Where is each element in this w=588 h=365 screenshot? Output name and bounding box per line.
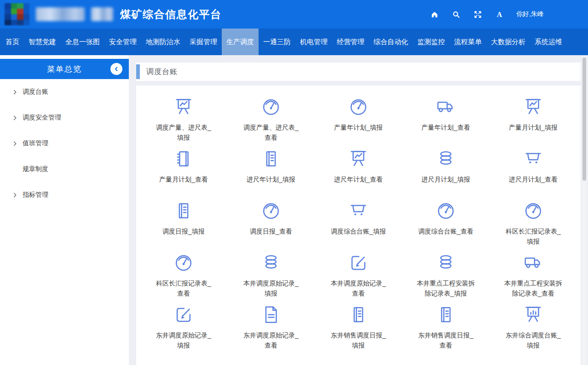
menu-card[interactable]: 进尺月计划_填报: [402, 148, 490, 200]
menu-card[interactable]: 进尺年计划_填报: [227, 148, 315, 200]
menu-card[interactable]: 本井重点工程安装拆 除记录表_填报: [402, 252, 490, 304]
database-icon: [260, 252, 282, 274]
menu-card[interactable]: 东井综合调度台账_ 填报: [490, 304, 577, 356]
page-header: 调度台账: [136, 63, 581, 81]
menu-card-label: 进尺年计划_查看: [334, 175, 383, 185]
edit-icon: [173, 304, 194, 325]
gauge-icon: [260, 200, 282, 222]
sidebar-item[interactable]: 值班管理: [0, 131, 129, 156]
nav-tab[interactable]: 一通三防: [259, 29, 295, 55]
notebook-icon: [173, 148, 194, 170]
app-window: 煤矿综合信息化平台 A 你好,朱峰 首页智慧党建全息一张图安全: [0, 0, 588, 365]
menu-card[interactable]: 东井调度原始记录_ 填报: [140, 304, 227, 356]
menu-card[interactable]: 科区长汇报记录表_ 查看: [140, 252, 227, 304]
nav-tab[interactable]: 综合自动化: [369, 29, 413, 55]
nav-tab[interactable]: 安全管理: [104, 29, 141, 55]
menu-card-label: 科区长汇报记录表_ 填报: [506, 227, 561, 246]
menu-card[interactable]: 本井调度原始记录_ 填报: [227, 252, 315, 304]
nav-tab[interactable]: 智慧党建: [24, 29, 61, 55]
menu-card[interactable]: 调度日报_填报: [140, 200, 227, 252]
chevron-right-icon: [12, 89, 19, 96]
database-icon: [435, 148, 456, 170]
board-line-icon: [523, 97, 544, 118]
scrollbar-thumb[interactable]: [582, 57, 586, 181]
blurred-text-block: [36, 7, 85, 21]
menu-card[interactable]: 本井调度原始记录_ 查看: [315, 252, 402, 304]
header-actions: A 你好,朱峰: [430, 10, 544, 19]
font-size-icon[interactable]: A: [495, 10, 504, 19]
menu-card[interactable]: 调度综合台账_填报: [315, 200, 402, 252]
sidebar-item-label: 规章制度: [23, 165, 48, 173]
home-icon[interactable]: [430, 10, 439, 19]
menu-card-label: 进尺年计划_填报: [247, 175, 295, 185]
scrollbar-track[interactable]: [582, 55, 587, 365]
sidebar-title: 菜单总览: [47, 64, 82, 74]
nav-tab[interactable]: 经营管理: [332, 29, 369, 55]
menu-card[interactable]: 进尺年计划_查看: [315, 148, 402, 200]
gauge-icon: [260, 97, 282, 118]
user-greeting[interactable]: 你好,朱峰: [516, 10, 544, 18]
edit-icon: [348, 252, 369, 274]
sidebar-item[interactable]: 调度台账: [0, 79, 129, 105]
book-lines-icon: [260, 148, 282, 170]
gauge-icon: [435, 200, 456, 222]
menu-card[interactable]: 调度日报_查看: [227, 200, 315, 252]
book-lines-icon: [348, 304, 369, 325]
menu-card[interactable]: 东井销售调度日报_ 查看: [402, 304, 490, 356]
book-lines-icon: [173, 200, 194, 222]
menu-card-label: 本井调度原始记录_ 填报: [243, 279, 299, 298]
menu-card[interactable]: 科区长汇报记录表_ 填报: [490, 200, 577, 252]
menu-card[interactable]: 调度产量、进尺表_ 查看: [227, 97, 315, 148]
svg-text:A: A: [496, 10, 502, 18]
chevron-right-icon: [12, 192, 19, 199]
menu-card[interactable]: 东井销售调度日报_ 填报: [315, 304, 402, 356]
board-line-icon: [173, 97, 194, 118]
cart-icon: [348, 200, 369, 222]
menu-card-label: 东井调度原始记录_ 查看: [243, 331, 299, 350]
menu-card-label: 产量年计划_查看: [421, 123, 470, 133]
menu-card[interactable]: 调度综合台账_查看: [402, 200, 490, 252]
sidebar-item[interactable]: 调度安全管理: [0, 105, 129, 131]
menu-card[interactable]: 进尺月计划_查看: [490, 148, 577, 200]
menu-card[interactable]: 产量月计划_查看: [140, 148, 227, 200]
sidebar-collapse-button[interactable]: [110, 63, 122, 75]
menu-card[interactable]: 产量年计划_填报: [315, 97, 402, 148]
nav-tab[interactable]: 大数据分析: [486, 29, 530, 55]
nav-tab[interactable]: 地测防治水: [141, 29, 185, 55]
nav-tab[interactable]: 生产调度: [222, 29, 259, 55]
menu-card-label: 调度产量、进尺表_ 填报: [156, 123, 211, 143]
content-panel: 调度产量、进尺表_ 填报调度产量、进尺表_ 查看产量年计划_填报产量年计划_查看…: [136, 86, 581, 365]
menu-card-label: 调度日报_查看: [250, 227, 292, 237]
page-title: 调度台账: [146, 67, 178, 77]
menu-card[interactable]: 本井重点工程安装拆 除记录表_查看: [490, 252, 577, 304]
menu-card-label: 产量月计划_查看: [159, 175, 208, 185]
cart-icon: [523, 148, 544, 170]
nav-tab[interactable]: 流程菜单: [450, 29, 486, 55]
menu-card[interactable]: 产量年计划_查看: [402, 97, 490, 148]
menu-card-label: 科区长汇报记录表_ 查看: [156, 279, 211, 298]
menu-card[interactable]: 东井调度原始记录_ 查看: [227, 304, 315, 356]
nav-tab[interactable]: 监测监控: [413, 29, 450, 55]
nav-tab[interactable]: 系统运维: [530, 29, 567, 55]
nav-tab[interactable]: 首页: [1, 29, 24, 55]
sidebar-item-label: 指标管理: [23, 191, 48, 199]
nav-tab[interactable]: 机电管理: [295, 29, 332, 55]
menu-card-label: 本井调度原始记录_ 查看: [331, 279, 386, 298]
search-icon[interactable]: [451, 10, 461, 19]
menu-card-label: 调度产量、进尺表_ 查看: [243, 123, 299, 143]
main-nav: 首页智慧党建全息一张图安全管理地测防治水采掘管理生产调度一通三防机电管理经营管理…: [0, 29, 588, 55]
top-header: 煤矿综合信息化平台 A 你好,朱峰: [0, 0, 588, 29]
sidebar-item[interactable]: 指标管理: [0, 182, 129, 208]
platform-title: 煤矿综合信息化平台: [120, 7, 222, 22]
board-line-icon: [348, 148, 369, 170]
sidebar-item[interactable]: 规章制度: [0, 156, 129, 182]
menu-card-grid: 调度产量、进尺表_ 填报调度产量、进尺表_ 查看产量年计划_填报产量年计划_查看…: [136, 86, 581, 356]
fullscreen-icon[interactable]: [473, 10, 482, 19]
menu-card[interactable]: 调度产量、进尺表_ 填报: [140, 97, 227, 148]
nav-tab[interactable]: 全息一张图: [61, 29, 104, 55]
title-accent-bar: [136, 64, 140, 79]
blurred-text-block: [91, 7, 113, 21]
menu-card-label: 本井重点工程安装拆 除记录表_查看: [504, 279, 562, 298]
nav-tab[interactable]: 采掘管理: [185, 29, 222, 55]
menu-card[interactable]: 产量月计划_填报: [490, 97, 577, 148]
